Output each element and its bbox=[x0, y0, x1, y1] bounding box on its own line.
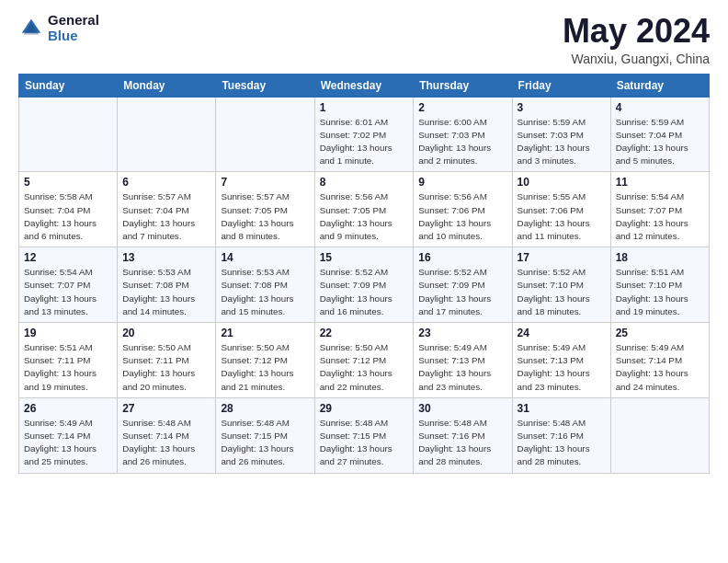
day-number: 28 bbox=[221, 402, 309, 415]
day-info: Sunrise: 5:59 AM Sunset: 7:04 PM Dayligh… bbox=[616, 116, 704, 168]
day-cell: 23Sunrise: 5:49 AM Sunset: 7:13 PM Dayli… bbox=[414, 323, 512, 398]
day-number: 19 bbox=[24, 327, 112, 339]
day-cell bbox=[610, 397, 709, 473]
day-number: 17 bbox=[518, 251, 606, 264]
day-cell: 15Sunrise: 5:52 AM Sunset: 7:09 PM Dayli… bbox=[314, 247, 414, 323]
day-info: Sunrise: 5:52 AM Sunset: 7:10 PM Dayligh… bbox=[518, 266, 606, 318]
day-number: 16 bbox=[418, 251, 506, 264]
day-number: 3 bbox=[518, 101, 606, 114]
day-info: Sunrise: 5:48 AM Sunset: 7:16 PM Dayligh… bbox=[518, 417, 606, 469]
day-info: Sunrise: 5:56 AM Sunset: 7:06 PM Dayligh… bbox=[418, 190, 506, 243]
weekday-header: Monday bbox=[118, 74, 216, 97]
day-number: 11 bbox=[616, 176, 704, 189]
day-number: 21 bbox=[221, 327, 309, 339]
logo-text: General Blue bbox=[48, 13, 99, 43]
day-cell: 9Sunrise: 5:56 AM Sunset: 7:06 PM Daylig… bbox=[414, 172, 512, 247]
logo-general-text: General bbox=[48, 13, 99, 29]
day-cell: 20Sunrise: 5:50 AM Sunset: 7:11 PM Dayli… bbox=[118, 323, 216, 398]
day-number: 1 bbox=[320, 101, 409, 114]
weekday-header: Saturday bbox=[610, 74, 709, 97]
day-info: Sunrise: 5:51 AM Sunset: 7:10 PM Dayligh… bbox=[616, 266, 704, 318]
day-info: Sunrise: 5:58 AM Sunset: 7:04 PM Dayligh… bbox=[24, 190, 112, 243]
day-cell: 28Sunrise: 5:48 AM Sunset: 7:15 PM Dayli… bbox=[216, 397, 314, 473]
day-cell: 12Sunrise: 5:54 AM Sunset: 7:07 PM Dayli… bbox=[19, 247, 118, 323]
day-info: Sunrise: 5:54 AM Sunset: 7:07 PM Dayligh… bbox=[24, 266, 112, 318]
day-cell: 18Sunrise: 5:51 AM Sunset: 7:10 PM Dayli… bbox=[610, 247, 709, 323]
day-cell: 10Sunrise: 5:55 AM Sunset: 7:06 PM Dayli… bbox=[512, 172, 610, 247]
header-row: SundayMondayTuesdayWednesdayThursdayFrid… bbox=[19, 74, 710, 97]
header: General Blue May 2024 Wanxiu, Guangxi, C… bbox=[0, 0, 728, 74]
day-number: 13 bbox=[122, 251, 210, 264]
day-info: Sunrise: 5:50 AM Sunset: 7:11 PM Dayligh… bbox=[122, 341, 210, 394]
day-info: Sunrise: 5:48 AM Sunset: 7:16 PM Dayligh… bbox=[418, 417, 506, 469]
day-info: Sunrise: 5:52 AM Sunset: 7:09 PM Dayligh… bbox=[320, 266, 409, 318]
day-info: Sunrise: 5:57 AM Sunset: 7:05 PM Dayligh… bbox=[221, 190, 309, 243]
day-cell bbox=[216, 97, 314, 172]
day-cell: 26Sunrise: 5:49 AM Sunset: 7:14 PM Dayli… bbox=[19, 397, 118, 473]
week-row: 5Sunrise: 5:58 AM Sunset: 7:04 PM Daylig… bbox=[19, 172, 710, 247]
day-info: Sunrise: 6:01 AM Sunset: 7:02 PM Dayligh… bbox=[320, 116, 409, 168]
day-number: 25 bbox=[616, 327, 704, 339]
day-cell: 31Sunrise: 5:48 AM Sunset: 7:16 PM Dayli… bbox=[512, 397, 610, 473]
day-cell: 14Sunrise: 5:53 AM Sunset: 7:08 PM Dayli… bbox=[216, 247, 314, 323]
day-info: Sunrise: 5:52 AM Sunset: 7:09 PM Dayligh… bbox=[418, 266, 506, 318]
day-info: Sunrise: 5:53 AM Sunset: 7:08 PM Dayligh… bbox=[122, 266, 210, 318]
day-number: 26 bbox=[24, 402, 112, 415]
day-cell: 1Sunrise: 6:01 AM Sunset: 7:02 PM Daylig… bbox=[314, 97, 414, 172]
day-info: Sunrise: 5:49 AM Sunset: 7:14 PM Dayligh… bbox=[616, 341, 704, 394]
day-number: 27 bbox=[122, 402, 210, 415]
week-row: 19Sunrise: 5:51 AM Sunset: 7:11 PM Dayli… bbox=[19, 323, 710, 398]
day-info: Sunrise: 5:49 AM Sunset: 7:13 PM Dayligh… bbox=[518, 341, 606, 394]
month-title: May 2024 bbox=[563, 13, 710, 50]
day-cell: 19Sunrise: 5:51 AM Sunset: 7:11 PM Dayli… bbox=[19, 323, 118, 398]
weekday-header: Sunday bbox=[19, 74, 118, 97]
day-cell: 16Sunrise: 5:52 AM Sunset: 7:09 PM Dayli… bbox=[414, 247, 512, 323]
day-info: Sunrise: 5:49 AM Sunset: 7:14 PM Dayligh… bbox=[24, 417, 112, 469]
day-number: 2 bbox=[418, 101, 506, 114]
day-number: 22 bbox=[320, 327, 409, 339]
week-row: 26Sunrise: 5:49 AM Sunset: 7:14 PM Dayli… bbox=[19, 397, 710, 473]
logo: General Blue bbox=[18, 13, 99, 43]
day-info: Sunrise: 5:57 AM Sunset: 7:04 PM Dayligh… bbox=[122, 190, 210, 243]
day-cell: 27Sunrise: 5:48 AM Sunset: 7:14 PM Dayli… bbox=[118, 397, 216, 473]
day-cell: 24Sunrise: 5:49 AM Sunset: 7:13 PM Dayli… bbox=[512, 323, 610, 398]
day-info: Sunrise: 5:59 AM Sunset: 7:03 PM Dayligh… bbox=[518, 116, 606, 168]
location-title: Wanxiu, Guangxi, China bbox=[563, 52, 710, 66]
day-number: 9 bbox=[418, 176, 506, 189]
day-cell: 22Sunrise: 5:50 AM Sunset: 7:12 PM Dayli… bbox=[314, 323, 414, 398]
day-cell: 11Sunrise: 5:54 AM Sunset: 7:07 PM Dayli… bbox=[610, 172, 709, 247]
day-number: 29 bbox=[320, 402, 409, 415]
day-info: Sunrise: 5:50 AM Sunset: 7:12 PM Dayligh… bbox=[320, 341, 409, 394]
day-info: Sunrise: 5:54 AM Sunset: 7:07 PM Dayligh… bbox=[616, 190, 704, 243]
day-number: 24 bbox=[518, 327, 606, 339]
day-cell bbox=[118, 97, 216, 172]
title-block: May 2024 Wanxiu, Guangxi, China bbox=[563, 13, 710, 66]
day-number: 18 bbox=[616, 251, 704, 264]
calendar-page: General Blue May 2024 Wanxiu, Guangxi, C… bbox=[0, 0, 728, 563]
day-info: Sunrise: 6:00 AM Sunset: 7:03 PM Dayligh… bbox=[418, 116, 506, 168]
day-number: 23 bbox=[418, 327, 506, 339]
day-cell: 4Sunrise: 5:59 AM Sunset: 7:04 PM Daylig… bbox=[610, 97, 709, 172]
day-cell: 8Sunrise: 5:56 AM Sunset: 7:05 PM Daylig… bbox=[314, 172, 414, 247]
day-number: 12 bbox=[24, 251, 112, 264]
day-number: 6 bbox=[122, 176, 210, 189]
day-info: Sunrise: 5:51 AM Sunset: 7:11 PM Dayligh… bbox=[24, 341, 112, 394]
day-number: 7 bbox=[221, 176, 309, 189]
weekday-header: Thursday bbox=[414, 74, 512, 97]
day-info: Sunrise: 5:48 AM Sunset: 7:15 PM Dayligh… bbox=[320, 417, 409, 469]
calendar-table: SundayMondayTuesdayWednesdayThursdayFrid… bbox=[18, 74, 710, 474]
day-number: 14 bbox=[221, 251, 309, 264]
day-number: 15 bbox=[320, 251, 409, 264]
weekday-header: Wednesday bbox=[314, 74, 414, 97]
day-cell: 3Sunrise: 5:59 AM Sunset: 7:03 PM Daylig… bbox=[512, 97, 610, 172]
day-number: 4 bbox=[616, 101, 704, 114]
weekday-header: Friday bbox=[512, 74, 610, 97]
day-number: 31 bbox=[518, 402, 606, 415]
weekday-header: Tuesday bbox=[216, 74, 314, 97]
day-number: 30 bbox=[418, 402, 506, 415]
day-info: Sunrise: 5:48 AM Sunset: 7:15 PM Dayligh… bbox=[221, 417, 309, 469]
day-number: 8 bbox=[320, 176, 409, 189]
day-info: Sunrise: 5:50 AM Sunset: 7:12 PM Dayligh… bbox=[221, 341, 309, 394]
day-info: Sunrise: 5:49 AM Sunset: 7:13 PM Dayligh… bbox=[418, 341, 506, 394]
day-cell: 13Sunrise: 5:53 AM Sunset: 7:08 PM Dayli… bbox=[118, 247, 216, 323]
